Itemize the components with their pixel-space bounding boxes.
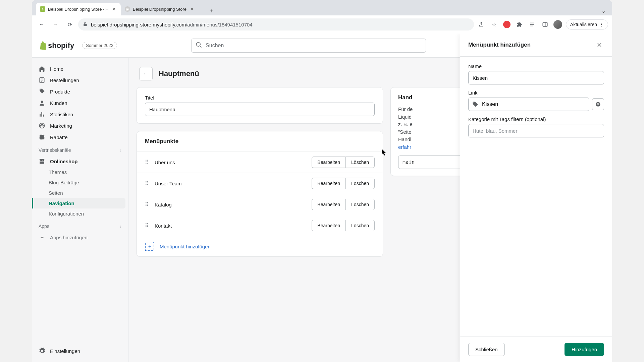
link-input[interactable]: Kissen: [468, 98, 589, 111]
tab-close-icon[interactable]: ✕: [189, 6, 195, 12]
sidebar-item-customers[interactable]: Kunden: [32, 97, 125, 109]
plus-icon: ＋: [39, 234, 45, 241]
drag-handle-icon[interactable]: ⠿: [145, 159, 149, 165]
sidebar-sub-navigation[interactable]: Navigation: [32, 198, 125, 208]
extensions-icon[interactable]: [515, 20, 524, 29]
link-clear-button[interactable]: [592, 98, 604, 110]
title-input[interactable]: [145, 103, 375, 116]
panel-title: Menüpunkt hinzufügen: [468, 42, 531, 48]
person-icon: [39, 100, 45, 106]
menu-items-heading: Menüpunkte: [137, 131, 383, 152]
delete-button[interactable]: Löschen: [345, 199, 375, 210]
search-input[interactable]: Suchen: [191, 39, 426, 53]
drag-handle-icon[interactable]: ⠿: [145, 201, 149, 207]
sidebar-item-add-apps[interactable]: ＋Apps hinzufügen: [32, 232, 125, 243]
store-icon: [39, 158, 45, 165]
svg-point-6: [42, 125, 42, 126]
learn-more-link[interactable]: erfahr: [398, 144, 411, 150]
menu-item-row: ⠿ Katalog Bearbeiten Löschen: [137, 194, 383, 215]
filter-input[interactable]: [468, 124, 604, 137]
more-icon: ⋮: [599, 22, 604, 27]
menu-item-row: ⠿ Kontakt Bearbeiten Löschen: [137, 215, 383, 236]
sidebar-sub-config[interactable]: Konfigurationen: [32, 208, 125, 219]
svg-rect-0: [543, 22, 547, 26]
drag-handle-icon[interactable]: ⠿: [145, 223, 149, 229]
sidebar-sub-blog[interactable]: Blog-Beiträge: [32, 177, 125, 188]
sidebar-sub-themes[interactable]: Themes: [32, 167, 125, 177]
sidebar-section-channels: Vertriebskanäle ›: [32, 143, 128, 156]
sidebar-item-home[interactable]: Home: [32, 63, 125, 74]
home-icon: [39, 65, 45, 72]
lock-icon: [83, 22, 88, 27]
orders-icon: [39, 77, 45, 83]
menu-item-row: ⠿ Unser Team Bearbeiten Löschen: [137, 173, 383, 194]
sidebar-item-marketing[interactable]: Marketing: [32, 120, 125, 131]
search-icon: [196, 42, 202, 50]
edit-button[interactable]: Bearbeiten: [312, 157, 345, 168]
sidepanel-icon[interactable]: [540, 20, 550, 29]
reload-icon[interactable]: ⟳: [64, 19, 75, 30]
favicon-globe-icon: ◉: [125, 6, 130, 12]
menu-item-label: Katalog: [155, 202, 172, 207]
delete-button[interactable]: Löschen: [345, 157, 375, 168]
update-button[interactable]: Aktualisieren ⋮: [566, 19, 608, 29]
red-dot-icon[interactable]: [502, 20, 512, 29]
season-badge: Sommer 2022: [82, 42, 117, 49]
tab-title: Beispiel Dropshipping Store · H: [48, 7, 109, 12]
sidebar: Home Bestellungen Produkte Kunden Statis…: [32, 58, 128, 362]
logo-text: shopify: [48, 41, 74, 50]
page-back-button[interactable]: ←: [139, 67, 153, 80]
tabs-dropdown-icon[interactable]: ⌄: [599, 6, 608, 15]
tag-icon: [39, 88, 45, 95]
search-placeholder: Suchen: [206, 43, 224, 49]
chevron-right-icon[interactable]: ›: [120, 147, 121, 153]
star-icon[interactable]: ☆: [489, 20, 499, 29]
back-icon[interactable]: ←: [36, 19, 47, 30]
plus-dashed-icon: ＋: [145, 242, 154, 251]
edit-button[interactable]: Bearbeiten: [312, 199, 345, 210]
sidebar-item-onlineshop[interactable]: Onlineshop: [32, 156, 125, 167]
reading-list-icon[interactable]: [528, 20, 537, 29]
gear-icon: [39, 348, 45, 354]
page-title: Hauptmenü: [159, 69, 199, 78]
edit-button[interactable]: Bearbeiten: [312, 220, 345, 231]
close-icon: [596, 42, 603, 48]
collection-tag-icon: [472, 101, 479, 108]
menu-item-label: Unser Team: [155, 181, 182, 186]
profile-avatar-icon[interactable]: [553, 20, 562, 29]
address-bar: ← → ⟳ beispiel-dropshipping-store.myshop…: [32, 15, 612, 34]
menu-item-row: ⠿ Über uns Bearbeiten Löschen: [137, 152, 383, 173]
url-field[interactable]: beispiel-dropshipping-store.myshopify.co…: [78, 18, 474, 31]
delete-button[interactable]: Löschen: [345, 178, 375, 189]
panel-close-button[interactable]: [595, 40, 604, 50]
discount-icon: [39, 134, 45, 140]
sidebar-item-analytics[interactable]: Statistiken: [32, 109, 125, 120]
forward-icon: →: [50, 19, 61, 30]
tab-close-icon[interactable]: ✕: [111, 6, 117, 12]
sidebar-sub-pages[interactable]: Seiten: [32, 188, 125, 198]
clear-circle-icon: [595, 102, 601, 107]
name-input[interactable]: [468, 71, 604, 84]
filter-field-label: Kategorie mit Tags filtern (optional): [468, 116, 604, 122]
share-icon[interactable]: [477, 20, 486, 29]
chevron-right-icon[interactable]: ›: [120, 224, 121, 229]
sidebar-item-settings[interactable]: Einstellungen: [32, 345, 125, 357]
panel-add-btn[interactable]: Hinzufügen: [565, 343, 604, 356]
svg-point-3: [41, 101, 43, 103]
new-tab-button[interactable]: ＋: [207, 6, 216, 15]
menu-item-label: Kontakt: [155, 223, 172, 229]
delete-button[interactable]: Löschen: [345, 220, 375, 231]
sidebar-item-products[interactable]: Produkte: [32, 86, 125, 97]
browser-tab[interactable]: ◉ Beispiel Dropshipping Store ✕: [121, 3, 205, 15]
shopify-bag-icon: [39, 41, 47, 50]
drag-handle-icon[interactable]: ⠿: [145, 180, 149, 186]
panel-close-btn[interactable]: Schließen: [468, 343, 505, 356]
sidebar-item-orders[interactable]: Bestellungen: [32, 74, 125, 86]
link-value: Kissen: [482, 101, 498, 107]
app-frame: shopify Sommer 2022 Suchen Setup-Anleitu…: [32, 34, 612, 362]
browser-tab-active[interactable]: s Beispiel Dropshipping Store · H ✕: [36, 3, 121, 15]
edit-button[interactable]: Bearbeiten: [312, 178, 345, 189]
sidebar-item-discounts[interactable]: Rabatte: [32, 131, 125, 143]
shopify-logo[interactable]: shopify: [39, 41, 74, 50]
add-menu-item-button[interactable]: ＋ Menüpunkt hinzufügen: [137, 236, 383, 256]
